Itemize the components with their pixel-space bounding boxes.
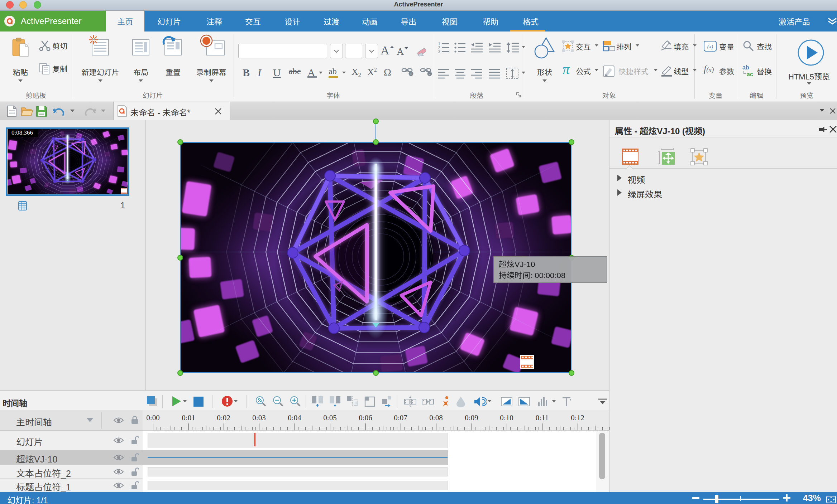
svg-text:(x): (x) bbox=[707, 44, 713, 50]
svg-text:+: + bbox=[410, 71, 412, 77]
svg-text:2: 2 bbox=[438, 46, 440, 50]
svg-text:-: - bbox=[429, 71, 430, 77]
svg-text:1: 1 bbox=[438, 42, 440, 46]
svg-text:ab: ab bbox=[742, 64, 749, 71]
svg-text:3: 3 bbox=[438, 50, 440, 54]
svg-text:ac: ac bbox=[747, 71, 753, 77]
